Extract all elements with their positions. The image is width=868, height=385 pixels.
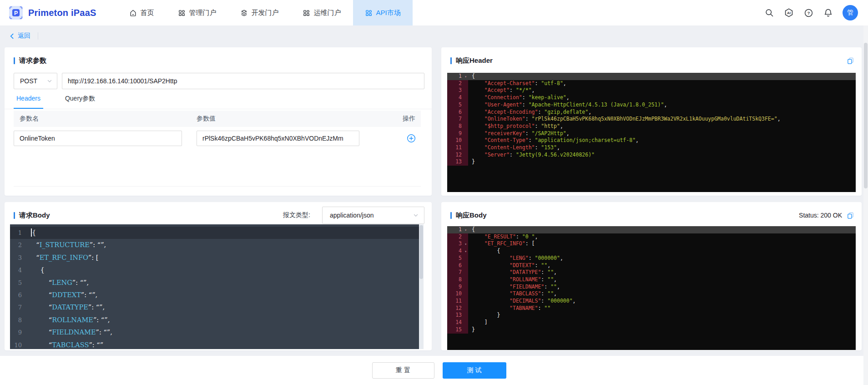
code-line-content: "Connection": "keep-alive", [468,94,856,101]
line-number: 10 [447,290,468,298]
line-number: 8 [10,314,29,326]
code-line: 9 "FIELDNAME": "", [447,284,856,291]
code-line-content: { [468,73,856,80]
copy-icon[interactable] [847,57,854,65]
code-line: 9 "receiverKey": "/SAP2Http", [447,130,856,137]
line-number: 12 [447,152,468,159]
line-number: 6 [10,289,29,301]
code-line-content: { [29,227,424,239]
nav-item-dev-portal[interactable]: 开发门户 [228,0,291,25]
test-button[interactable]: 测 试 [443,362,506,379]
line-number: 3 [447,87,468,94]
line-number: 2 [10,239,29,251]
search-icon[interactable] [764,8,774,18]
svg-text:AI: AI [787,11,791,15]
main-nav: 首页 管理门户 开发门户 运维门户 [117,0,413,25]
code-line-content: "Content-Length": "153", [468,144,856,152]
add-param-button[interactable] [407,134,416,143]
fold-caret-icon[interactable]: ▾ [464,248,467,255]
code-line: 9 “FIELDNAME”: “”, [10,326,424,339]
nav-item-label: 运维门户 [314,9,341,17]
line-number: 6 [447,262,468,269]
content-type-label: 报文类型: [283,211,310,219]
code-line-content: } [468,312,856,319]
request-params-panel: 请求参数 POST Headers Query参数 参数名 参数值 操作 [5,47,432,196]
divider [38,32,38,40]
code-line-content: "DDTEXT": "", [468,262,856,269]
tab-headers[interactable]: Headers [14,95,43,109]
code-line-content: “FIELDNAME”: “”, [29,326,424,339]
code-line-content: "FIELDNAME": "", [468,284,856,291]
tab-query-params[interactable]: Query参数 [62,95,98,109]
request-body-editor[interactable]: 1{2 “I_STRUCTURE”: “”,3 “ET_RFC_INFO”: [… [10,224,424,349]
layers-icon [240,9,248,17]
code-line-content: "ET_RFC_INFO": [ [468,240,856,248]
code-line: 4▾ { [447,248,856,255]
code-line-content: “ROLLNAME”: “”, [29,314,424,326]
line-number: 8 [447,123,468,130]
nav-item-home[interactable]: 首页 [117,0,166,25]
notification-bell-icon[interactable] [823,8,833,18]
code-line-content: "TABNAME": "" [468,305,856,312]
home-icon [129,9,137,17]
code-line-content: { [468,226,856,233]
line-number: 2 [447,233,468,241]
response-header-editor[interactable]: 1▾{2 "Accept-Charset": "utf-8",3 "Accept… [447,73,856,192]
line-number: 3▾ [447,240,468,248]
avatar[interactable]: 管 [843,5,858,20]
editor-scrollbar[interactable] [419,224,424,349]
title-accent-bar [450,57,452,64]
code-line-content: "Server": "Jetty(9.4.56.v20240826)" [468,152,856,159]
line-number: 4 [10,264,29,276]
code-line-content: "$http_protocol": "http", [468,123,856,130]
params-table-header: 参数名 参数值 操作 [14,111,421,127]
back-button[interactable]: 返回 [9,32,30,40]
line-number: 1▾ [447,73,468,80]
code-line-content: “TABCLASS”: “” [29,339,424,349]
column-header-ops: 操作 [384,115,421,123]
code-line-content: "E_RESULT": "0 ", [468,233,856,241]
nav-item-admin-portal[interactable]: 管理门户 [166,0,228,25]
page-scrollbar[interactable] [863,25,868,385]
fold-caret-icon[interactable]: ▾ [464,227,467,234]
code-line: 6 "DDTEXT": "", [447,262,856,269]
line-number: 2 [447,80,468,87]
code-line-content: "User-Agent": "Apache-HttpClient/4.5.13 … [468,101,856,109]
content-type-value: application/json [330,212,374,219]
nav-item-label: API市场 [376,9,401,17]
nav-item-api-market[interactable]: API市场 [353,0,413,25]
ai-assistant-icon[interactable]: AI [784,8,794,18]
line-number: 7 [447,116,468,123]
code-line-content: ] [468,319,856,326]
copy-icon[interactable] [847,212,854,219]
line-number: 15 [447,326,468,334]
response-body-editor[interactable]: 1▾{2 "E_RESULT": "0 ",3▾ "ET_RFC_INFO": … [447,226,856,350]
fold-caret-icon[interactable]: ▾ [464,241,467,248]
method-select-value: POST [20,77,37,85]
code-line: 10 "Content-Type": "application/json;cha… [447,137,856,144]
brand: P Primeton iPaaS [8,0,96,25]
help-icon[interactable]: ? [803,8,813,18]
back-label: 返回 [18,32,30,40]
logo-icon: P [8,5,24,20]
fold-caret-icon[interactable]: ▾ [464,73,467,81]
code-line: 4 "Connection": "keep-alive", [447,94,856,101]
code-line: 8 “ROLLNAME”: “”, [10,314,424,326]
code-line-content: } [468,158,856,166]
title-accent-bar [450,212,452,219]
nav-item-ops-portal[interactable]: 运维门户 [291,0,353,25]
method-select[interactable]: POST [14,73,57,89]
back-bar: 返回 [9,25,38,46]
url-input[interactable] [62,73,424,89]
reset-button[interactable]: 重 置 [372,362,434,379]
column-header-name: 参数名 [14,115,197,123]
param-name-input[interactable] [14,131,182,146]
content-type-select[interactable]: application/json [322,207,424,224]
scrollbar-thumb[interactable] [864,43,868,188]
code-line-content: "LENG": "000000", [468,255,856,262]
grid-icon [303,9,310,17]
code-line: 1{ [10,227,424,239]
code-line: 5 "LENG": "000000", [447,255,856,262]
param-value-input[interactable] [197,131,359,146]
nav-item-label: 开发门户 [252,9,279,17]
